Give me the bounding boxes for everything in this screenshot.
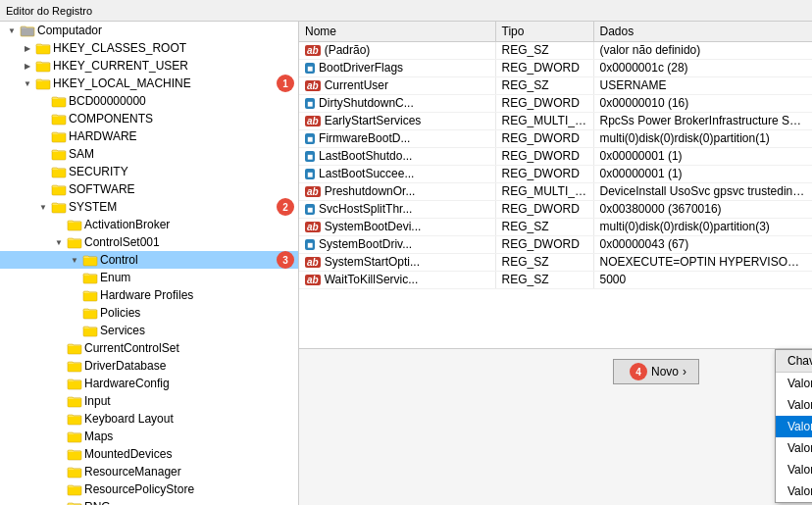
svg-rect-15	[83, 292, 97, 301]
svg-rect-10	[52, 204, 66, 213]
table-row[interactable]: abSystemBootDevi...REG_SZmulti(0)disk(0)…	[299, 218, 812, 235]
tree-label-enum: Enum	[100, 271, 294, 284]
tree-item-hkey_classes_root[interactable]: ▶ HKEY_CLASSES_ROOT	[0, 39, 298, 57]
tree-item-controlset001[interactable]: ▼ ControlSet001	[0, 233, 298, 251]
reg-name-6: ■LastBootShutdo...	[299, 147, 495, 165]
tree-label-software: SOFTWARE	[69, 182, 294, 196]
table-row[interactable]: ■FirmwareBootD...REG_DWORDmulti(0)disk(0…	[299, 129, 812, 147]
reg-data-8: DeviceInstall UsoSvc gpsvc trustedinstal…	[593, 182, 812, 200]
table-row[interactable]: abSystemStartOpti...REG_SZ NOEXECUTE=OPT…	[299, 253, 812, 271]
ab-icon-0: ab	[305, 45, 321, 56]
reg-type-10: REG_SZ	[495, 218, 593, 235]
bin-icon-9: ■	[305, 204, 315, 215]
tree-item-software[interactable]: SOFTWARE	[0, 180, 298, 198]
tree-item-hkey_current_user[interactable]: ▶ HKEY_CURRENT_USER	[0, 57, 298, 75]
table-row[interactable]: ab(Padrão)REG_SZ(valor não definido)	[299, 41, 812, 59]
folder-icon-system	[51, 200, 67, 214]
tree-toggle-maps	[51, 429, 67, 444]
tree-item-currentcontrolset[interactable]: CurrentControlSet	[0, 339, 298, 357]
col-header-data: Dados	[593, 22, 812, 41]
tree-item-mounteddevices[interactable]: MountedDevices	[0, 445, 298, 463]
context-menu-header: Chave	[776, 350, 812, 373]
svg-rect-21	[68, 398, 81, 407]
reg-name-9: ■SvcHostSplitThr...	[299, 200, 495, 218]
tree-toggle-sam	[35, 146, 51, 162]
folder-icon-sam	[51, 147, 67, 161]
menu-item-2[interactable]: Valor DWORD (32 bits)5	[776, 416, 812, 437]
table-row[interactable]: ■BootDriverFlagsREG_DWORD0x0000001c (28)	[299, 59, 812, 76]
tree-item-control[interactable]: ▼ Control3	[0, 251, 298, 269]
table-row[interactable]: ■SvcHostSplitThr...REG_DWORD0x00380000 (…	[299, 200, 812, 218]
tree-item-hardware[interactable]: HARDWARE	[0, 127, 298, 145]
tree-label-hkey_current_user: HKEY_CURRENT_USER	[53, 59, 294, 73]
svg-rect-17	[83, 328, 97, 336]
menu-item-0[interactable]: Valor da Cadeia de Caracteres	[776, 373, 812, 394]
tree-item-driverdatabase[interactable]: DriverDatabase	[0, 357, 298, 375]
novo-button[interactable]: 4 Novo ›	[613, 359, 699, 384]
reg-data-4: RpcSs Power BrokerInfrastructure SystemE…	[593, 112, 812, 129]
reg-data-10: multi(0)disk(0)rdisk(0)partition(3)	[593, 218, 812, 235]
novo-label: Novo	[651, 365, 679, 379]
ab-icon-8: ab	[305, 186, 321, 197]
tree-toggle-resourcepolicystore	[51, 481, 67, 497]
tree-item-hardwareconfig[interactable]: HardwareConfig	[0, 375, 298, 392]
ab-icon-4: ab	[305, 116, 321, 126]
table-row[interactable]: ■LastBootSuccee...REG_DWORD0x00000001 (1…	[299, 165, 812, 182]
reg-data-2: USERNAME	[593, 76, 812, 94]
tree-label-bcd00000000: BCD00000000	[69, 94, 294, 108]
tree-item-system[interactable]: ▼ SYSTEM2	[0, 198, 298, 216]
folder-icon-services	[82, 324, 98, 337]
tree-item-resourcepolicystore[interactable]: ResourcePolicyStore	[0, 480, 298, 498]
tree-item-computador[interactable]: ▼ Computador	[0, 22, 298, 39]
tree-item-bcd00000000[interactable]: BCD00000000	[0, 92, 298, 110]
reg-data-12: NOEXECUTE=OPTIN HYPERVISORLAUNCH	[593, 253, 812, 271]
tree-item-keyboard_layout[interactable]: Keyboard Layout	[0, 410, 298, 428]
reg-type-4: REG_MULTI_SZ	[495, 112, 593, 129]
tree-item-input[interactable]: Input	[0, 392, 298, 410]
tree-item-hkey_local_machine[interactable]: ▼ HKEY_LOCAL_MACHINE1	[0, 75, 298, 92]
tree-toggle-services	[67, 323, 82, 338]
tree-item-activationbroker[interactable]: ActivationBroker	[0, 216, 298, 233]
reg-type-0: REG_SZ	[495, 41, 593, 59]
table-row[interactable]: abPreshutdownOr...REG_MULTI_SZDeviceInst…	[299, 182, 812, 200]
svg-rect-9	[52, 186, 66, 195]
tree-item-components[interactable]: COMPONENTS	[0, 110, 298, 127]
tree-item-sam[interactable]: SAM	[0, 145, 298, 163]
tree-toggle-hardware_profiles	[67, 287, 82, 303]
tree-item-security[interactable]: SECURITY	[0, 163, 298, 180]
tree-item-rng[interactable]: RNG	[0, 498, 298, 505]
menu-item-1[interactable]: Valor Binário	[776, 394, 812, 416]
tree-label-rng: RNG	[84, 500, 294, 505]
folder-icon-hardware_profiles	[82, 288, 98, 302]
menu-item-3[interactable]: Valor QWORD (64 bits)	[776, 437, 812, 459]
menu-item-5[interactable]: Valor de Cadeia de Caracteres Expansível	[776, 480, 812, 502]
table-row[interactable]: ■SystemBootDriv...REG_DWORD0x00000043 (6…	[299, 235, 812, 253]
menu-item-4[interactable]: Valor de Cadeia de Caracteres Múltipla	[776, 459, 812, 480]
bin-icon-7: ■	[305, 169, 315, 179]
table-row[interactable]: abWaitToKillServic...REG_SZ5000	[299, 271, 812, 288]
svg-rect-2	[36, 63, 50, 72]
tree-toggle-control: ▼	[67, 252, 82, 268]
bin-icon-1: ■	[305, 63, 315, 74]
ab-icon-10: ab	[305, 222, 321, 232]
novo-arrow: ›	[683, 365, 686, 379]
tree-item-maps[interactable]: Maps	[0, 428, 298, 445]
folder-icon-bcd00000000	[51, 94, 67, 108]
table-row[interactable]: ■DirtyShutdownC...REG_DWORD0x00000010 (1…	[299, 94, 812, 112]
folder-icon-computador	[20, 24, 35, 37]
table-row[interactable]: abEarlyStartServicesREG_MULTI_SZRpcSs Po…	[299, 112, 812, 129]
reg-name-2: abCurrentUser	[299, 76, 495, 94]
context-menu: Chave Valor da Cadeia de CaracteresValor…	[775, 349, 812, 503]
reg-name-1: ■BootDriverFlags	[299, 59, 495, 76]
tree-item-hardware_profiles[interactable]: Hardware Profiles	[0, 286, 298, 304]
tree-item-policies[interactable]: Policies	[0, 304, 298, 322]
reg-name-10: abSystemBootDevi...	[299, 218, 495, 235]
tree-toggle-hkey_current_user: ▶	[20, 58, 35, 74]
table-row[interactable]: abCurrentUserREG_SZUSERNAME	[299, 76, 812, 94]
tree-item-enum[interactable]: Enum	[0, 269, 298, 286]
tree-item-resourcemanager[interactable]: ResourceManager	[0, 463, 298, 480]
svg-rect-14	[83, 275, 97, 283]
svg-rect-18	[68, 345, 81, 354]
tree-item-services[interactable]: Services	[0, 322, 298, 339]
table-row[interactable]: ■LastBootShutdo...REG_DWORD0x00000001 (1…	[299, 147, 812, 165]
